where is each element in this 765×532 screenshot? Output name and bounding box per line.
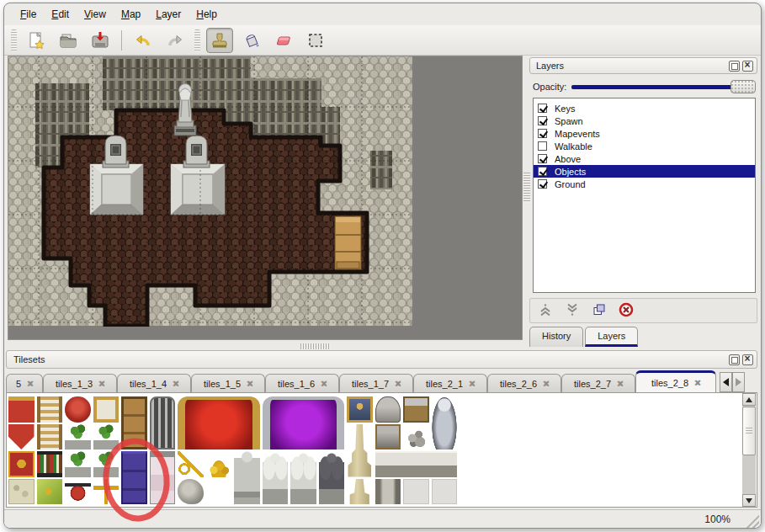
tile-tile-gray[interactable] [432, 479, 458, 505]
opacity-slider[interactable] [571, 80, 756, 93]
new-file-button[interactable] [23, 28, 50, 53]
tile-emblem[interactable] [8, 451, 35, 477]
tile-armor[interactable] [432, 396, 458, 450]
tileset-tab-tiles_2_8[interactable]: tiles_2_8× [635, 370, 716, 393]
layer-visibility-checkbox[interactable] [538, 129, 547, 138]
tile-gold-key[interactable] [178, 451, 204, 477]
tile-bed[interactable] [150, 451, 176, 504]
tile-throne-purple[interactable] [263, 396, 345, 450]
layer-visibility-checkbox[interactable] [538, 154, 547, 163]
dock-tab-history[interactable]: History [529, 327, 583, 347]
stamp-tool-button[interactable] [206, 28, 233, 53]
tile-pillar[interactable] [375, 479, 401, 505]
layer-row-walkable[interactable]: Walkable [534, 140, 755, 152]
tile-rubble[interactable] [403, 424, 429, 450]
layer-visibility-checkbox[interactable] [538, 141, 547, 151]
tile-door-wood[interactable] [121, 396, 147, 450]
layer-visibility-checkbox[interactable] [538, 179, 547, 189]
tab-close-icon[interactable]: × [27, 378, 33, 390]
tile-parchment[interactable] [8, 479, 35, 505]
tileset-tab-tiles_2_7[interactable]: tiles_2_7× [561, 374, 635, 393]
horizontal-splitter[interactable] [300, 343, 331, 349]
tile-banner-bottom[interactable] [8, 424, 35, 450]
delete-layer-button[interactable] [618, 302, 635, 319]
tile-gold-pile[interactable] [206, 451, 232, 477]
open-file-button[interactable] [55, 28, 82, 53]
tileset-content[interactable] [6, 392, 757, 508]
redo-button[interactable] [162, 28, 189, 53]
tile-loom[interactable] [37, 424, 63, 450]
map-view[interactable] [8, 56, 523, 340]
layer-row-spawn[interactable]: Spawn [534, 114, 755, 127]
tile-throne-red[interactable] [178, 396, 260, 450]
tileset-tab-tiles_1_6[interactable]: tiles_1_6× [265, 374, 339, 393]
save-file-button[interactable] [87, 28, 114, 53]
tile-tile-gray[interactable] [403, 479, 429, 505]
tile-ledge[interactable] [375, 451, 458, 477]
layer-visibility-checkbox[interactable] [538, 167, 547, 176]
tile-angel[interactable] [290, 451, 316, 504]
close-panel-icon[interactable] [742, 61, 753, 72]
tab-close-icon[interactable]: × [247, 378, 252, 390]
tile-bookshelf[interactable] [37, 451, 63, 477]
tileset-tab-tiles_1_7[interactable]: tiles_1_7× [339, 374, 413, 393]
tile-stand[interactable] [403, 396, 429, 423]
tab-close-icon[interactable]: × [395, 378, 401, 390]
layer-row-keys[interactable]: Keys [534, 102, 755, 114]
layer-row-ground[interactable]: Ground [534, 178, 755, 190]
menu-file[interactable]: File [13, 5, 44, 24]
tile-plant[interactable] [93, 424, 120, 450]
tile-casket2[interactable] [375, 424, 401, 450]
tab-close-icon[interactable]: × [98, 378, 104, 390]
undo-button[interactable] [130, 28, 157, 53]
resize-grip[interactable] [745, 513, 759, 528]
move-layer-up-button[interactable] [537, 302, 554, 319]
tab-close-icon[interactable]: × [694, 377, 700, 389]
scroll-down-button[interactable] [742, 494, 756, 507]
float-panel-icon[interactable] [729, 354, 740, 365]
tileset-tab-tiles_2_1[interactable]: tiles_2_1× [413, 374, 487, 393]
tileset-tab-5[interactable]: 5× [6, 374, 43, 393]
menu-help[interactable]: Help [189, 5, 225, 24]
layer-visibility-checkbox[interactable] [538, 104, 547, 113]
tile-casket[interactable] [375, 396, 401, 423]
layer-row-above[interactable]: Above [534, 152, 755, 165]
tab-close-icon[interactable]: × [321, 378, 327, 390]
layer-row-mapevents[interactable]: Mapevents [534, 127, 755, 140]
tab-close-icon[interactable]: × [617, 378, 623, 390]
tile-obelisk-small[interactable] [347, 479, 373, 505]
menu-edit[interactable]: Edit [44, 5, 77, 24]
tile-portrait[interactable] [347, 396, 373, 423]
select-tool-button[interactable] [302, 28, 329, 53]
opacity-slider-handle[interactable] [730, 80, 756, 93]
tile-plant[interactable] [65, 424, 91, 450]
tile-obelisk[interactable] [347, 424, 373, 477]
tileset-tab-tiles_1_4[interactable]: tiles_1_4× [117, 374, 191, 393]
tile-cushion[interactable] [65, 396, 91, 423]
scroll-up-button[interactable] [742, 393, 756, 406]
tileset-tab-tiles_1_5[interactable]: tiles_1_5× [191, 374, 265, 393]
tileset-tab-tiles_1_3[interactable]: tiles_1_3× [43, 374, 117, 393]
move-layer-down-button[interactable] [564, 302, 581, 319]
tab-close-icon[interactable]: × [543, 378, 549, 390]
tile-mirror[interactable] [93, 396, 120, 423]
tileset-tab-tiles_2_6[interactable]: tiles_2_6× [487, 374, 561, 393]
tile-gate-iron[interactable] [150, 396, 176, 450]
tile-gargoyle[interactable] [319, 451, 345, 504]
opacity-slider-track[interactable] [571, 85, 752, 89]
toolbar-handle[interactable] [194, 29, 200, 51]
scroll-tabs-right-button[interactable] [732, 372, 745, 392]
tile-flag-green[interactable] [37, 479, 63, 505]
layer-row-objects[interactable]: Objects [534, 165, 755, 178]
menu-view[interactable]: View [77, 5, 114, 24]
tile-plant[interactable] [93, 451, 120, 477]
tile-door-purple[interactable] [121, 451, 147, 504]
menu-layer[interactable]: Layer [148, 5, 189, 24]
duplicate-layer-button[interactable] [591, 302, 608, 319]
tile-banner-top[interactable] [8, 396, 35, 423]
layer-visibility-checkbox[interactable] [538, 116, 547, 125]
menu-map[interactable]: Map [114, 5, 148, 24]
tab-close-icon[interactable]: × [469, 378, 475, 390]
tile-statue[interactable] [234, 451, 260, 504]
map-canvas[interactable] [8, 56, 413, 327]
